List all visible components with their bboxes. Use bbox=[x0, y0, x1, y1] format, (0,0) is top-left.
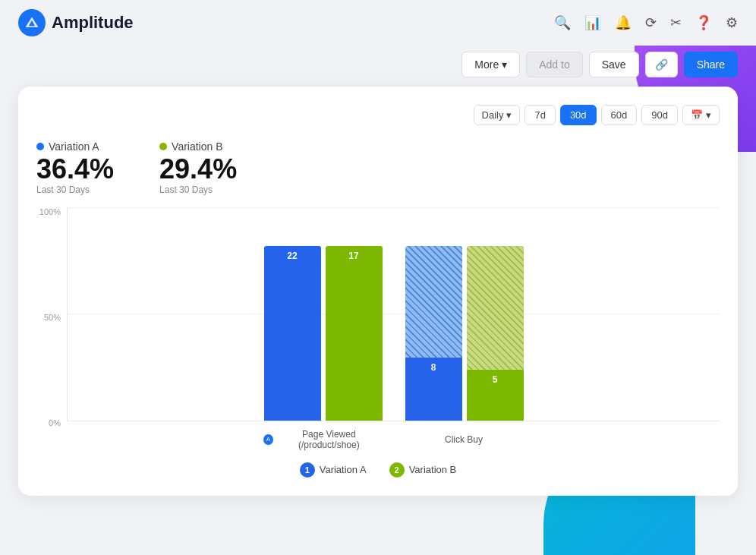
logo-text: Amplitude bbox=[52, 13, 134, 33]
toolbar: More ▾ Add to Save 🔗 Share bbox=[0, 46, 756, 87]
share-button[interactable]: Share bbox=[684, 52, 738, 77]
logo: Amplitude bbox=[18, 9, 134, 36]
bars-container: 22 17 8 bbox=[68, 207, 720, 421]
range-30d-button[interactable]: 30d bbox=[560, 105, 597, 125]
x-label-click-buy: Click Buy bbox=[405, 429, 523, 450]
settings-icon[interactable]: ⚙ bbox=[726, 14, 738, 31]
variation-a-sub: Last 30 Days bbox=[36, 184, 114, 195]
layers-icon[interactable]: ⟳ bbox=[645, 14, 657, 31]
chevron-down-icon: ▾ bbox=[502, 58, 507, 71]
bar-variation-b-page-viewed: 17 bbox=[326, 246, 383, 421]
y-label-100: 100% bbox=[39, 207, 61, 216]
bar-variation-a-click-buy-hatched bbox=[405, 246, 462, 358]
logo-icon bbox=[18, 9, 46, 36]
bar-variation-b-click-buy-hatched bbox=[467, 246, 524, 370]
legend-circle-a: 1 bbox=[300, 462, 315, 478]
variation-a-value: 36.4% bbox=[36, 154, 114, 184]
variation-b-dot bbox=[159, 143, 167, 150]
metric-variation-b: Variation B 29.4% Last 30 Days bbox=[159, 140, 237, 195]
range-90d-button[interactable]: 90d bbox=[641, 105, 678, 125]
bar-variation-a-click-buy: 8 bbox=[405, 246, 462, 421]
bar-variation-b-click-buy: 5 bbox=[467, 246, 524, 421]
metrics-row: Variation A 36.4% Last 30 Days Variation… bbox=[36, 140, 720, 195]
legend-variation-b: 2 Variation B bbox=[389, 462, 457, 478]
x-label-page-viewed: A Page Viewed (/product/shoe) bbox=[263, 429, 382, 450]
variation-a-dot bbox=[36, 143, 44, 150]
chevron-down-icon: ▾ bbox=[506, 109, 512, 121]
chart-content: 22 17 8 bbox=[67, 207, 720, 450]
legend-circle-b: 2 bbox=[389, 462, 405, 478]
y-label-0: 0% bbox=[49, 418, 61, 427]
y-axis: 100% 50% 0% bbox=[36, 207, 67, 450]
calendar-button[interactable]: 📅 ▾ bbox=[682, 105, 720, 125]
x-axis: A Page Viewed (/product/shoe) Click Buy bbox=[67, 421, 720, 450]
search-icon[interactable]: 🔍 bbox=[554, 14, 571, 31]
chart-bars: 22 17 8 bbox=[67, 207, 720, 421]
main-card: Daily ▾ 7d 30d 60d 90d 📅 ▾ Variation A 3… bbox=[18, 87, 738, 496]
metric-variation-a: Variation A 36.4% Last 30 Days bbox=[36, 140, 114, 195]
interval-dropdown[interactable]: Daily ▾ bbox=[474, 105, 521, 125]
header: Amplitude 🔍 📊 🔔 ⟳ ✂ ❓ ⚙ bbox=[0, 0, 756, 46]
bar-group-page-viewed: 22 17 bbox=[264, 246, 383, 421]
bar-variation-a-click-buy-solid: 8 bbox=[405, 358, 462, 421]
help-icon[interactable]: ❓ bbox=[695, 14, 712, 31]
more-button[interactable]: More ▾ bbox=[461, 52, 520, 77]
add-to-button: Add to bbox=[526, 52, 582, 77]
legend-variation-a: 1 Variation A bbox=[300, 462, 367, 478]
scissors-icon[interactable]: ✂ bbox=[670, 14, 682, 31]
variation-b-sub: Last 30 Days bbox=[159, 184, 237, 195]
bar-variation-a-page-viewed: 22 bbox=[264, 246, 321, 421]
link-button[interactable]: 🔗 bbox=[645, 52, 678, 77]
range-7d-button[interactable]: 7d bbox=[524, 105, 555, 125]
bar-variation-b-click-buy-solid: 5 bbox=[467, 370, 524, 421]
range-60d-button[interactable]: 60d bbox=[601, 105, 638, 125]
amplitude-icon-small: A bbox=[263, 434, 273, 445]
legend: 1 Variation A 2 Variation B bbox=[36, 462, 720, 478]
controls-row: Daily ▾ 7d 30d 60d 90d 📅 ▾ bbox=[36, 105, 720, 125]
header-icons: 🔍 📊 🔔 ⟳ ✂ ❓ ⚙ bbox=[554, 14, 738, 31]
calendar-icon: 📅 bbox=[691, 109, 703, 121]
save-button[interactable]: Save bbox=[589, 52, 639, 77]
bar-group-click-buy: 8 5 bbox=[405, 246, 524, 421]
variation-b-value: 29.4% bbox=[159, 154, 237, 184]
chart-area: 100% 50% 0% 22 bbox=[36, 207, 720, 450]
activity-icon[interactable]: 📊 bbox=[584, 14, 601, 31]
y-label-50: 50% bbox=[44, 313, 61, 322]
bell-icon[interactable]: 🔔 bbox=[615, 14, 632, 31]
chevron-down-icon: ▾ bbox=[706, 109, 711, 121]
